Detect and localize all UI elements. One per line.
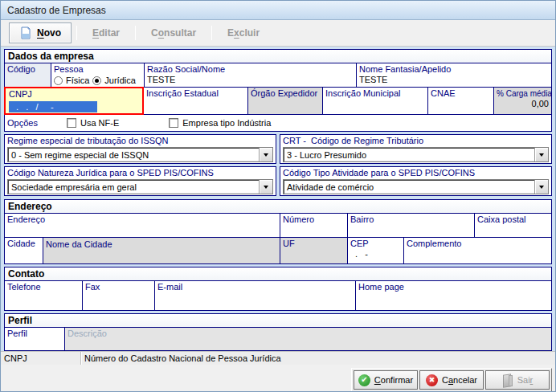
inscricao-estadual-field[interactable]: Inscrição Estadual — [143, 88, 247, 114]
email-label: E-mail — [157, 282, 353, 292]
tipo-atividade-combobox[interactable]: Atividade de comércio — [283, 179, 549, 194]
opcoes-label: Opções — [7, 118, 55, 129]
section-header-contato: Contato — [5, 267, 551, 281]
bottom-bar: Confirmar Cancelar Sair — [1, 365, 555, 392]
inscricao-estadual-label: Inscrição Estadual — [146, 88, 245, 99]
carga-media-label: % Carga média — [497, 88, 549, 99]
cnpj-input-mask[interactable]: . . / - — [9, 101, 97, 112]
cep-input-mask[interactable]: . - — [350, 249, 401, 259]
statusbar-field-name: CNPJ — [1, 352, 81, 365]
caixa-postal-field[interactable]: Caixa postal — [474, 214, 551, 237]
fisica-radio-label: Física — [66, 76, 89, 85]
complemento-field[interactable]: Complemento — [403, 238, 551, 263]
natureza-juridica-selected: Sociedade empresária em geral — [8, 182, 259, 192]
carga-media-value: 0,00 — [497, 99, 549, 109]
section-header-dados-empresa: Dados da empresa — [5, 50, 551, 63]
novo-button-label: Novo — [37, 27, 61, 39]
homepage-label: Home page — [358, 282, 549, 292]
sair-button[interactable]: Sair — [485, 370, 550, 390]
perfil-descricao-field: Descrição — [64, 328, 551, 350]
cancelar-button-label: Cancelar — [442, 375, 477, 385]
inscricao-municipal-field[interactable]: Inscrição Municipal — [322, 88, 427, 114]
regime-issqn-combobox[interactable]: 0 - Sem regime especial de ISSQN — [7, 147, 273, 162]
opcoes-row: Opções Usa NF-E Empresa tipo Indústria — [5, 115, 551, 131]
novo-button[interactable]: Novo — [9, 22, 72, 43]
usa-nfe-checkbox[interactable] — [67, 118, 76, 128]
panel-crt: CRT - Código de Regime Tributário 3 - Lu… — [280, 134, 552, 164]
nome-fantasia-field[interactable]: Nome Fantasia/Apelido TESTE — [356, 63, 551, 87]
natureza-juridica-combobox[interactable]: Sociedade empresária em geral — [7, 179, 273, 194]
numero-field[interactable]: Número — [280, 214, 347, 237]
codigo-field[interactable]: Código — [5, 63, 51, 87]
razao-social-value[interactable]: TESTE — [147, 75, 354, 85]
razao-social-label: Razão Social/Nome — [147, 64, 354, 75]
carga-media-field: % Carga média 0,00 — [493, 88, 551, 114]
chevron-down-icon[interactable] — [259, 148, 272, 161]
email-field[interactable]: E-mail — [154, 281, 355, 310]
perfil-label: Perfil — [7, 329, 62, 339]
bairro-field[interactable]: Bairro — [347, 214, 474, 237]
homepage-field[interactable]: Home page — [355, 281, 551, 310]
crt-combobox[interactable]: 3 - Lucro Presumido — [283, 147, 549, 162]
chevron-down-icon[interactable] — [534, 148, 548, 161]
fisica-radio[interactable] — [54, 76, 63, 85]
cnae-field[interactable]: CNAE — [427, 88, 493, 114]
empresa-tipo-industria-label: Empresa tipo Indústria — [182, 118, 271, 128]
new-document-icon — [19, 27, 32, 39]
cnpj-label: CNPJ — [9, 89, 139, 100]
chevron-down-icon[interactable] — [259, 180, 272, 194]
cancelar-button[interactable]: Cancelar — [419, 370, 484, 390]
form-area: Dados da empresa Código Pessoa Física Ju… — [1, 47, 555, 351]
cnpj-field[interactable]: CNPJ . . / - — [4, 87, 144, 115]
usa-nfe-label: Usa NF-E — [80, 118, 119, 128]
regime-issqn-selected: 0 - Sem regime especial de ISSQN — [8, 150, 259, 160]
titlebar: Cadastro de Empresas — [1, 1, 555, 20]
cidade-field[interactable]: Nome da Cidade — [43, 238, 280, 263]
cidade-label-cell: Cidade — [5, 238, 43, 263]
nome-fantasia-value[interactable]: TESTE — [359, 75, 549, 85]
app-window: Cadastro de Empresas Novo Editar Consult… — [0, 0, 556, 392]
statusbar: CNPJ Número do Cadastro Nacional de Pess… — [1, 351, 555, 365]
pessoa-label: Pessoa — [54, 64, 141, 75]
razao-social-field[interactable]: Razão Social/Nome TESTE — [144, 63, 356, 87]
orgao-expedidor-field: Órgão Expedidor — [247, 88, 322, 114]
excluir-button[interactable]: Excluir — [217, 22, 270, 43]
sair-button-label: Sair — [517, 375, 534, 385]
orgao-expedidor-label: Órgão Expedidor — [251, 88, 320, 99]
excluir-button-label: Excluir — [227, 27, 260, 39]
panel-perfil: Perfil Perfil Descrição — [4, 313, 552, 351]
x-circle-icon — [426, 374, 438, 386]
toolbar-separator — [76, 26, 77, 40]
editar-button[interactable]: Editar — [82, 22, 130, 43]
statusbar-hint: Número do Cadastro Nacional de Pessoa Ju… — [81, 352, 555, 365]
action-button-panel: Confirmar Cancelar Sair — [351, 368, 552, 392]
chevron-down-icon[interactable] — [534, 180, 548, 194]
tipo-atividade-label: Código Tipo Atividade para o SPED PIS/CO… — [283, 168, 549, 178]
crt-label: CRT - Código de Regime Tributário — [283, 136, 549, 146]
bairro-label: Bairro — [350, 214, 472, 225]
pessoa-field: Pessoa Física Jurídica — [51, 63, 144, 87]
cep-field[interactable]: CEP . - — [347, 238, 403, 263]
cidade-label: Cidade — [7, 239, 40, 249]
section-header-endereco: Endereço — [5, 200, 551, 214]
editar-button-label: Editar — [92, 27, 120, 39]
endereco-field[interactable]: Endereço — [5, 214, 280, 237]
uf-field: UF — [280, 238, 347, 263]
caixa-postal-label: Caixa postal — [477, 214, 549, 225]
confirmar-button[interactable]: Confirmar — [354, 370, 418, 390]
panel-contato: Contato Telefone Fax E-mail Home page — [4, 267, 552, 311]
consultar-button-label: Consultar — [151, 27, 196, 39]
codigo-label: Código — [7, 64, 48, 75]
consultar-button[interactable]: Consultar — [141, 22, 206, 43]
confirmar-button-label: Confirmar — [374, 375, 413, 385]
juridica-radio[interactable] — [92, 76, 101, 85]
fax-field[interactable]: Fax — [82, 281, 154, 310]
telefone-label: Telefone — [7, 282, 80, 292]
toolbar-separator — [211, 26, 212, 40]
check-circle-icon — [358, 374, 370, 386]
complemento-label: Complemento — [407, 239, 549, 249]
telefone-field[interactable]: Telefone — [5, 281, 82, 310]
empresa-tipo-industria-checkbox[interactable] — [169, 118, 178, 128]
door-exit-icon — [502, 374, 513, 386]
perfil-field[interactable]: Perfil — [5, 328, 64, 350]
